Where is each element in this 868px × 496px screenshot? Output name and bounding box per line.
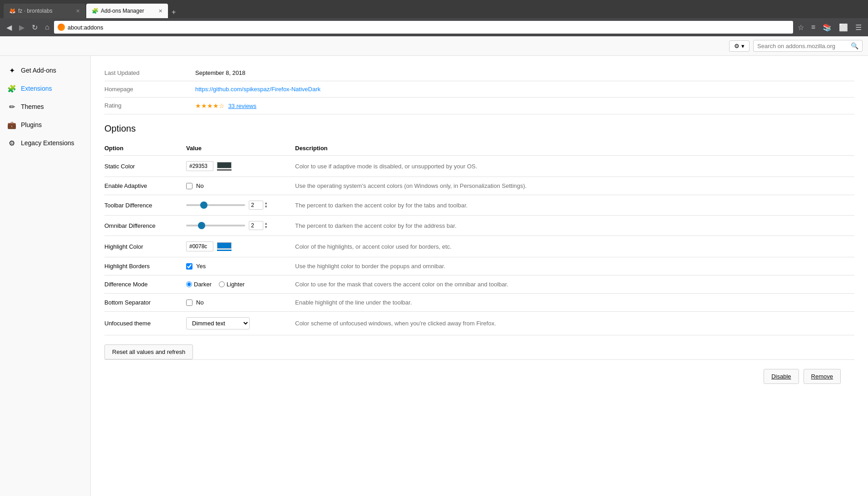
static-color-input[interactable] bbox=[186, 161, 213, 171]
reload-button[interactable]: ↻ bbox=[29, 21, 40, 34]
homepage-link[interactable]: https://github.com/spikespaz/Firefox-Nat… bbox=[195, 86, 321, 93]
option-desc-enable-adaptive: Use the operating system's accent colors… bbox=[295, 177, 854, 195]
option-value-bottom-sep: No bbox=[186, 294, 295, 312]
search-icon: 🔍 bbox=[851, 42, 858, 49]
tab1-favicon: 🦊 bbox=[9, 8, 15, 14]
option-row-static-color: Static Color Color to use if adaptive mo… bbox=[104, 156, 854, 177]
browser-tab-1[interactable]: 🦊 fz · brontolabs ✕ bbox=[4, 4, 85, 18]
color-row-highlight bbox=[186, 241, 295, 251]
sidebar-item-plugins[interactable]: 💼 Plugins bbox=[0, 116, 90, 134]
omnibar-diff-spin-wrapper: ▲ ▼ bbox=[249, 221, 268, 230]
option-row-unfocused-theme: Unfocused theme Dimmed text Dark Light N… bbox=[104, 312, 854, 335]
col-header-option: Option bbox=[104, 141, 186, 156]
highlight-color-swatch[interactable] bbox=[217, 242, 232, 249]
last-updated-value: September 8, 2018 bbox=[195, 65, 854, 81]
option-label-static-color: Static Color bbox=[104, 156, 186, 177]
tab2-title: Add-ons Manager bbox=[101, 8, 156, 14]
tab2-close[interactable]: ✕ bbox=[158, 8, 163, 14]
option-label-toolbar-diff: Toolbar Difference bbox=[104, 195, 186, 216]
omnibar-diff-down-arrow[interactable]: ▼ bbox=[264, 226, 268, 229]
new-tab-button[interactable]: + bbox=[168, 6, 179, 18]
option-row-highlight-color: Highlight Color Color of the highlights,… bbox=[104, 236, 854, 257]
highlight-color-input[interactable] bbox=[186, 241, 213, 251]
homepage-label: Homepage bbox=[104, 81, 195, 98]
gear-icon: ⚙ bbox=[734, 43, 740, 49]
static-color-swatch[interactable] bbox=[217, 162, 232, 168]
omnibar-diff-spinbox[interactable] bbox=[249, 221, 263, 230]
page-toolbar: ⚙ ▾ 🔍 bbox=[0, 36, 868, 56]
radio-darker[interactable] bbox=[186, 281, 192, 287]
tab1-close[interactable]: ✕ bbox=[76, 8, 80, 14]
col-header-value: Value bbox=[186, 141, 295, 156]
radio-lighter[interactable] bbox=[219, 281, 225, 287]
sync-button[interactable]: ⬜ bbox=[836, 21, 851, 34]
address-text: about:addons bbox=[68, 24, 789, 31]
radio-lighter-label: Lighter bbox=[227, 281, 245, 288]
address-bar[interactable]: about:addons bbox=[54, 21, 793, 34]
highlight-borders-checkbox[interactable] bbox=[186, 263, 192, 270]
menu-button[interactable]: ☰ bbox=[853, 21, 864, 34]
home-button[interactable]: ⌂ bbox=[42, 21, 52, 33]
sidebar-item-extensions[interactable]: 🧩 Extensions bbox=[0, 79, 90, 98]
adaptive-checkbox-row: No bbox=[186, 182, 295, 189]
info-row-rating: Rating ★★★★☆ 33 reviews bbox=[104, 98, 854, 114]
options-header-row: Option Value Description bbox=[104, 141, 854, 156]
unfocused-theme-dropdown-row: Dimmed text Dark Light None bbox=[186, 317, 295, 329]
option-value-omnibar-diff: ▲ ▼ bbox=[186, 216, 295, 236]
toolbar-diff-slider[interactable] bbox=[186, 204, 245, 206]
bottom-sep-label: No bbox=[196, 299, 204, 306]
library-button[interactable]: 📚 bbox=[820, 21, 834, 34]
tab1-title: fz · brontolabs bbox=[18, 8, 73, 14]
radio-label-darker[interactable]: Darker bbox=[186, 281, 212, 288]
remove-button[interactable]: Remove bbox=[804, 369, 841, 384]
plugins-icon: 💼 bbox=[7, 120, 16, 129]
unfocused-theme-select[interactable]: Dimmed text Dark Light None bbox=[186, 317, 250, 329]
toolbar-diff-down-arrow[interactable]: ▼ bbox=[264, 205, 268, 209]
option-label-highlight-color: Highlight Color bbox=[104, 236, 186, 257]
back-button[interactable]: ◀ bbox=[4, 21, 15, 34]
bottom-sep-checkbox[interactable] bbox=[186, 300, 192, 306]
omnibar-diff-slider-row: ▲ ▼ bbox=[186, 221, 295, 230]
search-input[interactable] bbox=[757, 43, 848, 49]
rating-value: ★★★★☆ 33 reviews bbox=[195, 98, 854, 114]
radio-darker-label: Darker bbox=[194, 281, 212, 288]
app-layout: ✦ Get Add-ons 🧩 Extensions ✏ Themes 💼 Pl… bbox=[0, 56, 868, 496]
reviews-link[interactable]: 33 reviews bbox=[228, 103, 256, 109]
sidebar-item-get-addons[interactable]: ✦ Get Add-ons bbox=[0, 61, 90, 79]
option-desc-highlight-color: Color of the highlights, or accent color… bbox=[295, 236, 854, 257]
last-updated-label: Last Updated bbox=[104, 65, 195, 81]
option-row-highlight-borders: Highlight Borders Yes Use the highlight … bbox=[104, 257, 854, 275]
bookmark-button[interactable]: ☆ bbox=[795, 21, 807, 34]
option-row-difference-mode: Difference Mode Darker Lighter bbox=[104, 275, 854, 294]
homepage-value: https://github.com/spikespaz/Firefox-Nat… bbox=[195, 81, 854, 98]
option-value-enable-adaptive: No bbox=[186, 177, 295, 195]
search-box: 🔍 bbox=[753, 40, 863, 52]
omnibar-diff-slider[interactable] bbox=[186, 225, 245, 226]
radio-label-lighter[interactable]: Lighter bbox=[219, 281, 245, 288]
reader-button[interactable]: ≡ bbox=[809, 21, 818, 34]
tab2-favicon: 🧩 bbox=[92, 8, 98, 14]
sidebar-item-themes[interactable]: ✏ Themes bbox=[0, 98, 90, 116]
forward-button[interactable]: ▶ bbox=[16, 21, 27, 34]
sidebar-item-label-extensions: Extensions bbox=[21, 85, 52, 92]
option-label-highlight-borders: Highlight Borders bbox=[104, 257, 186, 275]
info-row-homepage: Homepage https://github.com/spikespaz/Fi… bbox=[104, 81, 854, 98]
browser-tab-2[interactable]: 🧩 Add-ons Manager ✕ bbox=[86, 4, 168, 18]
option-value-toolbar-diff: ▲ ▼ bbox=[186, 195, 295, 216]
sidebar-item-legacy-extensions[interactable]: ⚙ Legacy Extensions bbox=[0, 134, 90, 152]
firefox-logo bbox=[58, 24, 65, 31]
info-table: Last Updated September 8, 2018 Homepage … bbox=[104, 65, 854, 114]
option-value-unfocused-theme: Dimmed text Dark Light None bbox=[186, 312, 295, 335]
gear-button[interactable]: ⚙ ▾ bbox=[729, 40, 750, 52]
adaptive-checkbox[interactable] bbox=[186, 183, 192, 189]
option-value-highlight-color bbox=[186, 236, 295, 257]
disable-button[interactable]: Disable bbox=[764, 369, 799, 384]
bottom-actions: Disable Remove bbox=[104, 359, 854, 393]
option-row-omnibar-difference: Omnibar Difference ▲ ▼ bbox=[104, 216, 854, 236]
toolbar-diff-spinbox[interactable] bbox=[249, 201, 263, 210]
info-row-last-updated: Last Updated September 8, 2018 bbox=[104, 65, 854, 81]
reset-button[interactable]: Reset all values and refresh bbox=[104, 344, 193, 359]
col-header-description: Description bbox=[295, 141, 854, 156]
highlight-borders-label: Yes bbox=[196, 263, 206, 270]
option-value-highlight-borders: Yes bbox=[186, 257, 295, 275]
